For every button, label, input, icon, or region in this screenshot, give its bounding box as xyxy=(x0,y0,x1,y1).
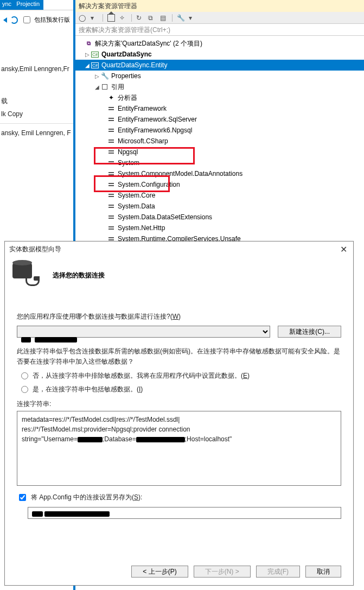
scope-icon[interactable]: ✧ xyxy=(119,14,127,22)
csproj-icon: C# xyxy=(91,61,99,69)
editor-tab[interactable]: ync Projectin xyxy=(0,0,43,10)
expand-icon[interactable]: ▷ xyxy=(84,52,91,58)
include-sensitive-radio[interactable]: 是，在连接字符串中包括敏感数据。(I) xyxy=(21,385,341,394)
dialog-title: 实体数据模型向导 xyxy=(9,245,61,254)
reference-node[interactable]: System.Data xyxy=(75,201,364,212)
connection-select[interactable] xyxy=(17,326,270,338)
include-prerelease-checkbox[interactable]: 包括预发行版 xyxy=(21,15,70,25)
project-label: QuartzDataSync xyxy=(101,50,152,58)
references-node[interactable]: ◢ 引用 xyxy=(75,81,364,92)
exclude-sensitive-radio[interactable]: 否，从连接字符串中排除敏感数据。我将在应用程序代码中设置此数据。(E) xyxy=(21,371,341,380)
editor-tab-label: ync xyxy=(2,1,11,7)
finish-button: 完成(F) xyxy=(256,566,300,578)
assembly-icon xyxy=(107,170,116,177)
assembly-icon xyxy=(107,148,116,156)
reference-label: System xyxy=(118,159,139,167)
reference-node[interactable]: System.Configuration xyxy=(75,179,364,190)
node-label: 引用 xyxy=(111,83,124,92)
assembly-icon xyxy=(107,116,116,123)
reference-node[interactable]: EntityFramework6.Npgsql xyxy=(75,125,364,136)
assembly-icon xyxy=(107,105,116,112)
reference-node[interactable]: System.Data.DataSetExtensions xyxy=(75,212,364,223)
assembly-icon xyxy=(107,192,116,199)
prev-button[interactable]: < 上一步(P) xyxy=(131,566,188,578)
analyzer-icon: ✦ xyxy=(107,94,116,101)
reference-label: EntityFramework.SqlServer xyxy=(118,116,197,123)
panel-title: 解决方案资源管理器 xyxy=(75,0,364,12)
reference-node[interactable]: Npgsql xyxy=(75,147,364,157)
database-icon xyxy=(10,260,44,290)
wizard-heading: 选择您的数据连接 xyxy=(53,271,105,280)
solution-explorer-toolbar: ◯ ▾ ✧ ↻ ⧉ ▤ 🔧 ▾ xyxy=(75,12,364,24)
reference-node[interactable]: EntityFramework.SqlServer xyxy=(75,114,364,125)
back-icon[interactable] xyxy=(3,17,7,23)
new-connection-button[interactable]: 新建连接(C)... xyxy=(278,326,341,338)
project-node[interactable]: ▷ C# QuartzDataSync xyxy=(75,49,364,60)
connection-string-textarea[interactable]: metadata=res://*/TestModel.csdl|res://*/… xyxy=(17,411,341,486)
reference-label: System.Core xyxy=(118,192,155,199)
reference-node[interactable]: System xyxy=(75,157,364,168)
reference-label: System.Data xyxy=(118,202,155,210)
package-text: lk Copy xyxy=(0,108,73,120)
node-label: Properties xyxy=(111,72,141,80)
project-node-selected[interactable]: ◢ C# QuartzDataSync.Entity xyxy=(75,60,364,71)
refresh-icon[interactable]: ↻ xyxy=(136,14,144,22)
wizard-footer: < 上一步(P) 下一步(N) > 完成(F) 取消 xyxy=(131,566,341,578)
solution-search-input[interactable]: 搜索解决方案资源管理器(Ctrl+;) xyxy=(75,24,364,36)
project-label: QuartzDataSync.Entity xyxy=(101,61,167,69)
package-text: 载 xyxy=(0,94,73,108)
wrench-icon: 🔧 xyxy=(100,72,109,80)
assembly-icon xyxy=(107,126,116,134)
collapse-icon[interactable]: ◢ xyxy=(84,62,91,68)
collapse-icon[interactable]: ◢ xyxy=(94,84,100,90)
reference-label: EntityFramework xyxy=(118,105,167,112)
connstring-label: 连接字符串: xyxy=(17,399,341,409)
assembly-icon xyxy=(107,224,116,232)
properties-node[interactable]: ▷ 🔧 Properties xyxy=(75,71,364,81)
refresh-icon[interactable] xyxy=(10,16,18,24)
wrench-icon[interactable]: 🔧 xyxy=(177,14,184,22)
node-label: 分析器 xyxy=(118,93,137,103)
reference-label: Npgsql xyxy=(118,148,138,156)
assembly-icon xyxy=(107,137,116,145)
reference-label: EntityFramework6.Npgsql xyxy=(118,126,192,134)
assembly-icon xyxy=(107,181,116,188)
reference-node[interactable]: System.ComponentModel.DataAnnotations xyxy=(75,168,364,179)
save-config-checkbox[interactable]: 将 App.Config 中的连接设置另存为(S): xyxy=(17,492,341,503)
collapse-icon[interactable]: ⧉ xyxy=(148,14,156,22)
reference-label: System.Net.Http xyxy=(118,224,165,232)
reference-node[interactable]: EntityFramework xyxy=(75,103,364,114)
config-name-input[interactable] xyxy=(28,507,341,519)
reference-node[interactable]: System.Core xyxy=(75,190,364,201)
package-author-text: ansky,Emil Lenngren,Fr xyxy=(0,63,73,75)
nav-icon[interactable]: ◯ xyxy=(79,14,86,22)
solution-icon: ⧉ xyxy=(84,40,93,47)
solution-label: 解决方案'QuartzDataSync' (2 个项目) xyxy=(95,39,202,48)
cancel-button[interactable]: 取消 xyxy=(305,566,341,578)
reference-label: System.Data.DataSetExtensions xyxy=(118,213,212,221)
next-button: 下一步(N) > xyxy=(194,566,251,578)
analyzer-node[interactable]: ✦ 分析器 xyxy=(75,92,364,103)
expand-icon[interactable]: ▷ xyxy=(94,73,100,79)
reference-node[interactable]: System.Net.Http xyxy=(75,223,364,233)
solution-node[interactable]: ⧉ 解决方案'QuartzDataSync' (2 个项目) xyxy=(75,38,364,49)
reference-node[interactable]: Microsoft.CSharp xyxy=(75,136,364,147)
home-icon[interactable] xyxy=(107,14,115,22)
nav-icon[interactable]: ▾ xyxy=(91,14,98,22)
references-icon xyxy=(100,83,109,91)
entity-wizard-dialog: 实体数据模型向导 ✕ 选择您的数据连接 您的应用程序应使用哪个数据连接与数据库进… xyxy=(4,241,354,586)
show-icon[interactable]: ▤ xyxy=(160,14,168,22)
assembly-icon xyxy=(107,159,116,167)
close-icon[interactable]: ✕ xyxy=(338,244,349,255)
assembly-icon xyxy=(107,213,116,221)
csproj-icon: C# xyxy=(91,50,99,58)
dropdown-icon[interactable]: ▾ xyxy=(189,14,196,22)
reference-label: System.ComponentModel.DataAnnotations xyxy=(118,170,242,177)
warning-text: 此连接字符串似乎包含连接数据库所需的敏感数据(例如密码)。在连接字符串中存储敏感… xyxy=(17,346,341,367)
assembly-icon xyxy=(107,202,116,210)
connection-question: 您的应用程序应使用哪个数据连接与数据库进行连接?(W) xyxy=(17,312,341,321)
reference-label: Microsoft.CSharp xyxy=(118,137,168,145)
reference-label: System.Configuration xyxy=(118,181,180,188)
package-author-text: ansky, Emil Lenngren, F xyxy=(0,127,73,139)
